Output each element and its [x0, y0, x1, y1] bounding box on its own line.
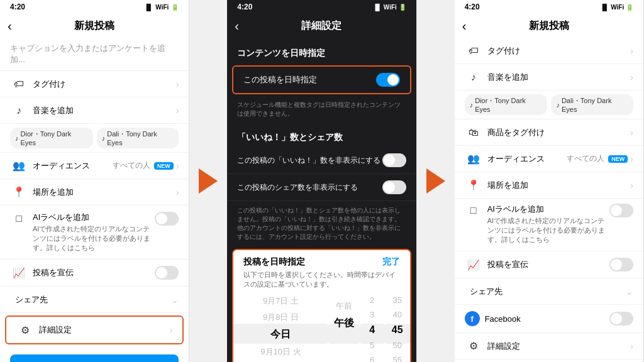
right-time: 4:20 [465, 3, 480, 11]
middle-nav-title: 詳細設定 [301, 19, 341, 33]
arrow-2 [417, 0, 455, 362]
picker-ampm-3 [328, 332, 360, 337]
left-share-button[interactable]: シェア [10, 354, 179, 362]
right-audience-sub: すべての人 [567, 153, 604, 164]
right-back-icon[interactable]: ‹ [462, 19, 467, 33]
picker-ampm-1: 午前 [328, 298, 360, 314]
left-location-item[interactable]: 📍 場所を追加 › [0, 179, 189, 206]
right-facebook-item: f Facebook [455, 305, 643, 333]
left-tag-item[interactable]: 🏷 タグ付け › [0, 71, 189, 97]
like-hide-label: この投稿の「いいね！」数を非表示にする [237, 155, 382, 166]
right-audience-item[interactable]: 👥 オーディエンス すべての人 NEW › [455, 146, 643, 172]
right-music-tag-1: ♪ Dior・Tony Dark Eyes [465, 94, 548, 115]
left-caption[interactable]: キャプションを入力またはアンケートを追加... [0, 38, 189, 71]
left-status-bar: 4:20 ▐▌ WiFi 🔋 [0, 0, 189, 14]
footer-text: この投稿の「いいね！」数とシェア数を他の人には表示しません。投稿の「いいね！」数… [227, 201, 416, 246]
detailed-chevron: › [170, 325, 173, 335]
right-product-tag-item[interactable]: 🛍 商品をタグ付け › [455, 119, 643, 146]
picker-min-2: 45 [385, 322, 410, 338]
share-dest-chevron: ⌄ [171, 295, 179, 305]
right-share-dest-chevron: ⌄ [626, 287, 633, 297]
picker-date-0: 9月7日 土 [233, 293, 328, 309]
middle-nav-bar: ‹ 詳細設定 [227, 14, 416, 38]
right-promote-icon: 📈 [465, 259, 482, 271]
share-hide-label: この投稿のシェア数を非表示にする [237, 182, 382, 193]
music-label: 音楽を追加 [33, 105, 176, 116]
right-ai-sub: AIで作成された特定のリアルなコンテンツにはラベルを付ける必要があります。詳しく… [487, 216, 609, 244]
left-back-icon[interactable]: ‹ [8, 19, 12, 33]
left-nav-title: 新規投稿 [74, 19, 114, 33]
picker-min-col[interactable]: 35 40 45 50 55 [385, 293, 410, 362]
date-picker-done[interactable]: 完了 [382, 256, 400, 268]
location-chevron: › [176, 187, 179, 197]
right-audience-badge: NEW [608, 155, 628, 163]
left-highlight-box: ⚙ 詳細設定 › [5, 315, 184, 344]
share-toggle[interactable] [382, 180, 406, 194]
picker-min-3: 50 [385, 338, 410, 353]
right-tag-item[interactable]: 🏷 タグ付け › [455, 38, 643, 64]
right-promote-toggle[interactable] [609, 258, 633, 272]
picker-hour-2: 4 [360, 322, 385, 338]
date-picker-sub: 以下で日時を選択してください。時間帯はデバイスの設定に基づいています。 [233, 270, 409, 293]
left-music-tags: ♪ Dior・Tony Dark Eyes ♪ Dali・Tony Dark E… [0, 124, 189, 153]
promote-label: 投稿を宣伝 [33, 267, 155, 278]
right-music-tags: ♪ Dior・Tony Dark Eyes ♪ Dali・Tony Dark E… [455, 90, 643, 119]
detailed-label: 詳細設定 [39, 324, 170, 336]
schedule-toggle-box: この投稿を日時指定 [232, 65, 411, 94]
picker-container: 9月7日 土 9月8日 日 今日 9月10日 火 9月11日 水 午前 午後 [233, 293, 409, 362]
picker-ampm-0 [328, 293, 360, 298]
facebook-label: Facebook [485, 314, 609, 324]
picker-min-0: 35 [385, 293, 410, 307]
left-detailed-item[interactable]: ⚙ 詳細設定 › [6, 317, 182, 343]
facebook-icon: f [465, 311, 480, 326]
location-icon: 📍 [10, 186, 28, 198]
left-music-item[interactable]: ♪ 音楽を追加 › [0, 97, 189, 124]
right-ai-icon: □ [465, 205, 482, 216]
audience-sub: すべての人 [113, 160, 150, 171]
right-detailed-item[interactable]: ⚙ 詳細設定 › [455, 333, 643, 359]
right-status-bar: 4:20 ▐▌ WiFi 🔋 [455, 0, 643, 14]
right-music-item[interactable]: ♪ 音楽を追加 › [455, 64, 643, 90]
schedule-toggle-item: この投稿を日時指定 [233, 67, 409, 93]
right-audience-icon: 👥 [465, 153, 482, 165]
picker-ampm-col[interactable]: 午前 午後 [328, 293, 360, 362]
right-detailed-label: 詳細設定 [487, 341, 631, 352]
picker-hour-1: 3 [360, 307, 385, 322]
left-content: キャプションを入力またはアンケートを追加... 🏷 タグ付け › ♪ 音楽を追加… [0, 38, 189, 362]
right-ai-item: □ AIラベルを追加 AIで作成された特定のリアルなコンテンツにはラベルを付ける… [455, 199, 643, 251]
picker-date-1: 9月8日 日 [233, 309, 328, 326]
middle-back-icon[interactable]: ‹ [235, 19, 239, 33]
left-audience-item[interactable]: 👥 オーディエンス すべての人 NEW › [0, 153, 189, 179]
middle-status-bar: 4:20 ▐▌ WiFi 🔋 [227, 0, 416, 14]
like-toggle[interactable] [382, 153, 406, 167]
picker-date-col[interactable]: 9月7日 土 9月8日 日 今日 9月10日 火 9月11日 水 [233, 293, 328, 362]
middle-status-icons: ▐▌ WiFi 🔋 [373, 4, 406, 11]
right-product-label: 商品をタグ付け [487, 127, 631, 138]
location-label: 場所を追加 [33, 187, 176, 198]
picker-hour-col[interactable]: 2 3 4 5 6 [360, 293, 385, 362]
right-promote-label: 投稿を宣伝 [487, 259, 609, 270]
right-audience-chevron: › [630, 154, 633, 164]
audience-badge: NEW [154, 162, 174, 170]
picker-min-4: 55 [385, 353, 410, 362]
right-ai-toggle[interactable] [609, 204, 633, 217]
right-gear-icon: ⚙ [465, 340, 482, 352]
ai-toggle[interactable] [155, 212, 179, 226]
music-tag-1: ♪ Dior・Tony Dark Eyes [10, 128, 93, 148]
like-hide-item: この投稿の「いいね！」数を非表示にする [227, 147, 416, 174]
right-promote-item: 📈 投稿を宣伝 [455, 251, 643, 278]
facebook-toggle[interactable] [609, 312, 633, 326]
right-share-dest-label: シェア先 [470, 286, 626, 297]
tag-chevron: › [176, 79, 179, 89]
promote-toggle[interactable] [155, 266, 179, 280]
music-tag-2: ♪ Dali・Tony Dark Eyes [97, 128, 179, 148]
right-location-icon: 📍 [465, 179, 482, 191]
picker-date-3: 9月10日 火 [233, 344, 328, 360]
right-music-icon: ♪ [465, 72, 482, 83]
music-chevron: › [176, 106, 179, 116]
arrow-1 [189, 0, 227, 362]
schedule-toggle[interactable] [376, 73, 400, 87]
share-hide-item: この投稿のシェア数を非表示にする [227, 174, 416, 201]
left-promote-item: 📈 投稿を宣伝 [0, 260, 189, 287]
right-location-item[interactable]: 📍 場所を追加 › [455, 172, 643, 199]
